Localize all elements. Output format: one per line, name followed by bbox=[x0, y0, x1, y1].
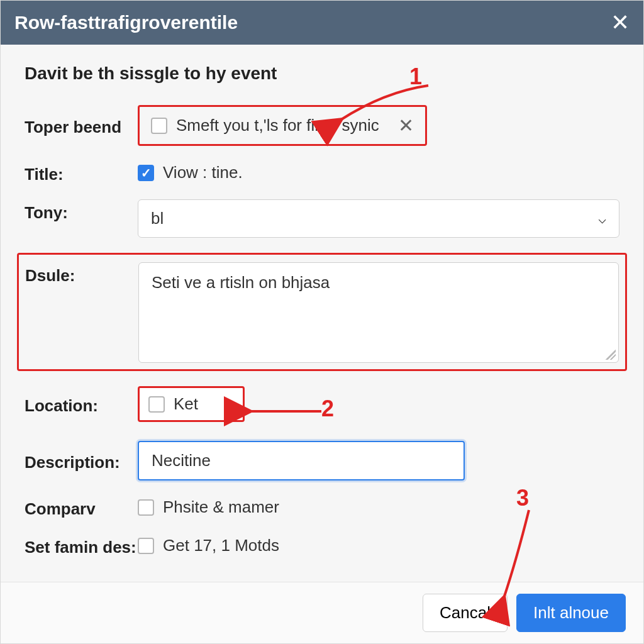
label-company: Comparv bbox=[25, 496, 138, 519]
row-description: Description: Necitine bbox=[25, 441, 619, 480]
tony-value: bl bbox=[151, 209, 164, 228]
location-value: Ket bbox=[174, 394, 198, 414]
row-company: Comparv Phsite & mamer bbox=[25, 496, 619, 519]
title-checkbox[interactable] bbox=[138, 165, 154, 181]
setfamin-field: Get 17, 1 Motds bbox=[138, 536, 279, 555]
label-toper: Toper beend bbox=[25, 114, 138, 137]
dialog-window: Row-fasttrafigroverentile ✕ Davit be th … bbox=[0, 0, 644, 644]
label-title: Title: bbox=[25, 161, 138, 184]
chevron-down-icon: ⌵ bbox=[226, 396, 234, 413]
label-tony: Tony: bbox=[25, 199, 138, 223]
description-input[interactable]: Necitine bbox=[138, 441, 465, 480]
dialog-heading: Davit be th sissgle to hy event bbox=[25, 64, 619, 84]
titlebar: Row-fasttrafigroverentile ✕ bbox=[1, 1, 643, 45]
chevron-down-icon: ⌵ bbox=[598, 211, 606, 227]
company-checkbox[interactable] bbox=[138, 499, 154, 516]
setfamin-text: Get 17, 1 Motds bbox=[163, 536, 279, 555]
dialog-body: Davit be th sissgle to hy event Toper be… bbox=[1, 45, 643, 582]
dsule-highlight: Dsule: Seti ve a rtisln on bhjasa bbox=[17, 253, 627, 371]
row-title: Title: Viow : tine. bbox=[25, 161, 619, 184]
description-value: Necitine bbox=[152, 451, 211, 470]
row-setfamin: Set famin des: Get 17, 1 Motds bbox=[25, 534, 619, 557]
clear-icon[interactable]: ✕ bbox=[398, 114, 414, 136]
dsule-value: Seti ve a rtisln on bhjasa bbox=[152, 273, 330, 292]
toper-field[interactable]: Smeft you t,'ls for fime synic ✕ bbox=[138, 105, 427, 146]
submit-button[interactable]: Inlt alnoue bbox=[516, 594, 626, 632]
title-text: Viow : tine. bbox=[163, 163, 243, 182]
company-text: Phsite & mamer bbox=[163, 497, 279, 517]
dialog-footer: Cancal Inlt alnoue bbox=[1, 582, 643, 643]
row-dsule: Dsule: Seti ve a rtisln on bhjasa bbox=[25, 262, 619, 363]
close-icon[interactable]: ✕ bbox=[611, 11, 630, 34]
toper-text: Smeft you t,'ls for fime synic bbox=[176, 116, 392, 135]
title-field: Viow : tine. bbox=[138, 163, 243, 182]
label-location: Location: bbox=[25, 392, 138, 416]
dialog-title: Row-fasttrafigroverentile bbox=[14, 12, 238, 33]
row-toper: Toper beend Smeft you t,'ls for fime syn… bbox=[25, 105, 619, 146]
location-select[interactable]: Ket ⌵ bbox=[138, 386, 245, 422]
row-location: Location: Ket ⌵ bbox=[25, 386, 619, 422]
label-setfamin: Set famin des: bbox=[25, 534, 138, 557]
setfamin-checkbox[interactable] bbox=[138, 538, 154, 554]
tony-select[interactable]: bl ⌵ bbox=[138, 199, 619, 238]
toper-checkbox[interactable] bbox=[151, 118, 167, 134]
location-checkbox[interactable] bbox=[148, 396, 165, 413]
cancel-button[interactable]: Cancal bbox=[423, 594, 508, 632]
company-field: Phsite & mamer bbox=[138, 497, 279, 517]
label-dsule: Dsule: bbox=[25, 262, 138, 286]
label-description: Description: bbox=[25, 449, 138, 472]
row-tony: Tony: bl ⌵ bbox=[25, 199, 619, 238]
resize-grip-icon[interactable] bbox=[606, 350, 616, 360]
dsule-textarea[interactable]: Seti ve a rtisln on bhjasa bbox=[138, 262, 619, 363]
